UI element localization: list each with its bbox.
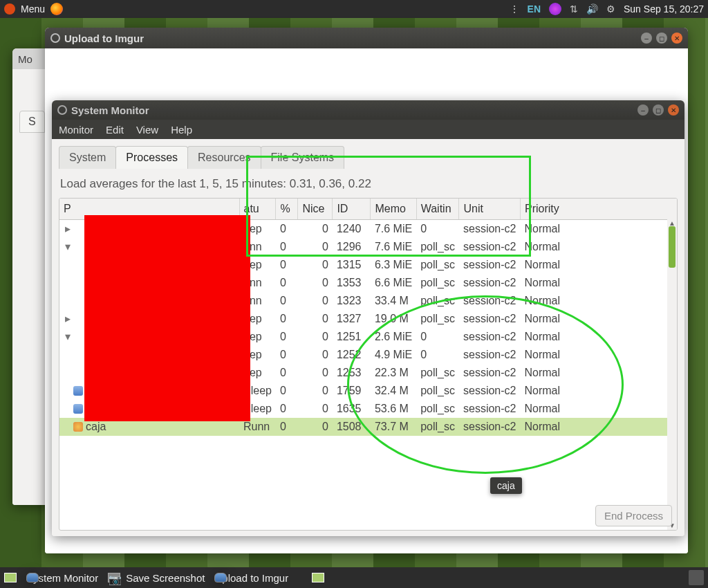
process-icon [73,386,83,396]
firefox-icon[interactable] [50,3,63,15]
cell-cpu: 0 [276,364,298,382]
imgur-window-title: Upload to Imgur [64,33,144,44]
tree-expander-icon[interactable]: ▸ [64,312,72,325]
menu-view[interactable]: View [136,124,158,136]
system-monitor-menubar: Monitor Edit View Help [52,120,684,139]
cell-cpu: 0 [276,292,298,310]
cell-nice: 0 [298,382,333,400]
cell-cpu: 0 [276,256,298,274]
col-priority[interactable]: Priority [520,199,677,220]
scrollbar-thumb[interactable] [669,226,676,268]
cell-cpu: 0 [276,328,298,346]
cell-cpu: 0 [276,274,298,292]
cell-cpu: 0 [276,400,298,418]
cell-priority: Normal [520,274,677,292]
close-button[interactable]: ✕ [671,33,682,44]
keyboard-language-indicator[interactable]: EN [528,3,541,15]
network-icon[interactable]: ⇅ [570,3,578,15]
cell-waiting: poll_sc [416,256,459,274]
cell-unit: session-c2 [459,256,520,274]
vertical-scrollbar[interactable]: ▲ ▼ [667,219,677,530]
menu-button[interactable]: Menu [21,3,45,15]
cell-priority: Normal [520,238,677,256]
settings-gear-icon[interactable]: ⚙ [606,3,615,15]
cell-nice: 0 [298,274,333,292]
process-icon [73,422,83,432]
top-panel: Menu ⋮ EN ⇅ 🔊 ⚙ Sun Sep 15, 20:27 [0,0,708,18]
cell-priority: Normal [520,220,677,238]
clock[interactable]: Sun Sep 15, 20:27 [624,3,704,15]
user-avatar-icon[interactable] [689,570,704,585]
sm-maximize-button[interactable]: ◻ [653,104,664,116]
taskbar-label: Save Screenshot [126,572,205,584]
taskbar-item-save-screenshot[interactable]: 📷 Save Screenshot [108,572,205,584]
cell-unit: session-c2 [459,274,520,292]
menu-monitor[interactable]: Monitor [59,124,93,136]
annotation-red-block [84,215,250,421]
imgur-app-icon [50,33,60,43]
tab-system[interactable]: System [59,146,116,169]
show-desktop-icon[interactable] [4,573,17,582]
system-monitor-titlebar[interactable]: System Monitor – ◻ ✕ [52,100,684,120]
cell-id: 1327 [333,310,371,328]
cell-nice: 0 [298,256,333,274]
cell-nice: 0 [298,328,333,346]
volume-icon[interactable]: 🔊 [586,3,598,15]
cell-cpu: 0 [276,346,298,364]
cell-nice: 0 [298,364,333,382]
dots-icon: ⋮ [510,3,519,15]
cell-memory: 6.3 MiE [371,256,416,274]
cell-id: 1353 [333,274,371,292]
background-window-title: Mo [18,53,32,65]
background-tab[interactable]: S [19,111,45,133]
cell-waiting: poll_sc [416,274,459,292]
cell-cpu: 0 [276,382,298,400]
cell-priority: Normal [520,256,677,274]
cell-nice: 0 [298,418,333,436]
cell-memory: 6.6 MiE [371,274,416,292]
cell-cpu: 0 [276,310,298,328]
menu-edit[interactable]: Edit [106,124,124,136]
imgur-titlebar[interactable]: Upload to Imgur – ◻ ✕ [45,28,688,48]
taskbar-item-system-monitor[interactable]: System Monitor [26,572,98,584]
end-process-button[interactable]: End Process [595,505,672,526]
minimize-button[interactable]: – [641,33,652,44]
system-monitor-app-icon [57,105,67,115]
annotation-green-rect [246,156,531,257]
system-monitor-title: System Monitor [71,104,149,116]
workspace-switcher-icon[interactable] [312,573,324,582]
menu-help[interactable]: Help [171,124,192,136]
annotation-green-ellipse [347,295,624,474]
tree-expander-icon[interactable]: ▸ [64,222,72,235]
cell-nice: 0 [298,400,333,418]
cell-id: 1315 [333,256,371,274]
tab-processes[interactable]: Processes [115,146,188,169]
taskbar-window-icon [26,573,39,582]
cell-memory: 33.4 M [371,292,416,310]
cell-cpu: 0 [276,418,298,436]
taskbar-window-icon [214,573,227,582]
process-icon [73,404,83,414]
bottom-panel: System Monitor 📷 Save Screenshot Upload … [0,567,708,588]
tree-expander-icon[interactable]: ▾ [64,240,72,253]
maximize-button[interactable]: ◻ [656,33,667,44]
cell-nice: 0 [298,310,333,328]
screenshot-app-icon[interactable] [549,3,561,15]
camera-icon: 📷 [108,573,120,582]
ubuntu-logo-icon[interactable] [4,3,15,15]
sm-close-button[interactable]: ✕ [668,104,679,116]
cell-nice: 0 [298,346,333,364]
cell-nice: 0 [298,292,333,310]
cell-id: 1323 [333,292,371,310]
tree-expander-icon[interactable]: ▾ [64,330,72,343]
taskbar-item-upload-imgur[interactable]: Upload to Imgur [214,572,288,584]
sm-minimize-button[interactable]: – [637,104,649,116]
process-tooltip: caja [490,477,522,494]
